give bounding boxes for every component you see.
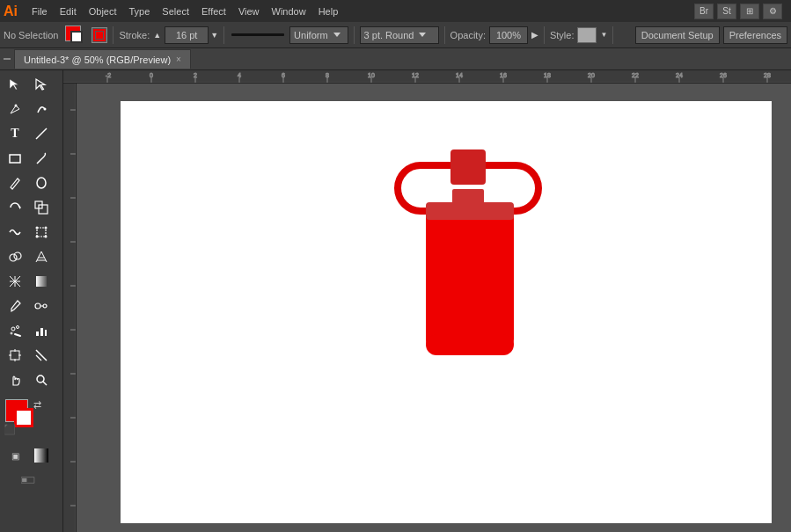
warp-tool-btn[interactable] [2, 220, 28, 244]
opacity-input[interactable] [489, 26, 528, 44]
stroke-indicator [70, 31, 83, 43]
svg-rect-27 [36, 276, 47, 287]
perspective-grid-btn[interactable] [28, 244, 55, 269]
rotate-tool-btn[interactable] [2, 195, 28, 220]
pen-tool-btn[interactable] [2, 97, 28, 121]
tab-close-button[interactable]: × [176, 55, 181, 64]
svg-rect-7 [10, 155, 20, 163]
svg-text:2: 2 [194, 72, 197, 78]
bridge-icon[interactable]: Br [694, 4, 714, 19]
artboard-tool-btn[interactable] [2, 343, 28, 368]
svg-rect-34 [36, 332, 39, 336]
svg-line-45 [43, 382, 47, 385]
zoom-tool-btn[interactable] [28, 368, 55, 392]
svg-point-29 [43, 304, 47, 308]
document-tab[interactable]: Untitled-3* @ 50% (RGB/Preview) × [14, 49, 191, 69]
svg-point-44 [37, 375, 44, 383]
document-setup-button[interactable]: Document Setup [635, 26, 720, 44]
reset-colors-btn[interactable]: ⬛ [4, 424, 16, 435]
eyedropper-btn[interactable] [2, 294, 28, 318]
stroke-weight-dropdown[interactable]: 3 pt. Round [360, 26, 439, 44]
stroke-style-box[interactable] [92, 27, 107, 43]
svg-text:8: 8 [326, 72, 329, 78]
none-btn[interactable]: ✕ [55, 443, 63, 468]
selection-label: No Selection [4, 30, 58, 40]
stock-icon[interactable]: St [717, 4, 736, 19]
svg-text:22: 22 [632, 72, 639, 78]
svg-point-32 [17, 326, 19, 329]
fill-color-swatch[interactable] [65, 26, 88, 45]
stroke-up-arrow[interactable]: ▲ [153, 31, 161, 40]
menu-bar: Ai File Edit Object Type Select Effect V… [0, 0, 791, 22]
freeform-pen-btn[interactable] [28, 97, 55, 121]
direct-selection-btn[interactable] [28, 72, 55, 97]
menu-view[interactable]: View [233, 4, 265, 18]
free-transform-btn[interactable] [28, 220, 55, 244]
menu-object[interactable]: Object [84, 4, 122, 18]
menu-effect[interactable]: Effect [196, 4, 231, 18]
mesh-tool-btn[interactable] [2, 269, 28, 294]
canvas-area[interactable]: -2 0 2 4 6 8 10 12 14 16 18 20 22 24 26 … [63, 70, 791, 532]
stroke-down-arrow[interactable]: ▼ [210, 31, 218, 40]
blend-tool-btn[interactable] [28, 294, 55, 318]
menu-type[interactable]: Type [124, 4, 156, 18]
swap-colors-btn[interactable]: ⇄ [33, 399, 41, 411]
style-arrow[interactable]: ▼ [600, 31, 607, 39]
stroke-type-dropdown[interactable]: Uniform [289, 26, 348, 44]
stroke-color-box[interactable] [14, 408, 33, 427]
slice-tool-btn[interactable] [28, 343, 55, 368]
ai-logo: Ai [4, 4, 18, 19]
menu-edit[interactable]: Edit [55, 4, 82, 18]
gradient-tool-btn[interactable] [28, 269, 55, 294]
hand-tool-btn[interactable] [2, 368, 28, 392]
symbol-sprayer-btn[interactable] [2, 318, 28, 343]
menu-select[interactable]: Select [157, 4, 194, 18]
artboard[interactable] [121, 101, 772, 523]
shape-builder-btn[interactable] [2, 244, 28, 269]
svg-point-4 [15, 105, 18, 107]
scale-tool-btn[interactable] [28, 195, 55, 220]
svg-text:14: 14 [456, 72, 463, 78]
svg-point-17 [10, 254, 17, 261]
menu-file[interactable]: File [26, 4, 53, 18]
workspace-icon[interactable]: ⊞ [740, 4, 759, 19]
paintbrush-btn[interactable] [28, 146, 55, 171]
type-tool-btn[interactable]: T [2, 121, 28, 146]
gradient-swatch-btn[interactable] [28, 443, 55, 468]
opacity-expand[interactable]: ▶ [531, 30, 538, 40]
svg-point-5 [44, 108, 47, 111]
svg-text:26: 26 [720, 72, 727, 78]
svg-marker-2 [10, 79, 18, 90]
svg-rect-101 [426, 202, 514, 352]
svg-rect-36 [45, 330, 47, 336]
svg-line-43 [36, 355, 41, 361]
menu-help[interactable]: Help [313, 4, 344, 18]
rect-tool-btn[interactable] [2, 146, 28, 171]
blob-brush-btn[interactable] [28, 171, 55, 195]
svg-text:24: 24 [676, 72, 683, 78]
graph-tool-btn[interactable] [28, 318, 55, 343]
svg-point-31 [11, 327, 15, 331]
svg-point-14 [45, 227, 48, 230]
svg-line-42 [36, 350, 47, 361]
mask-btn[interactable] [2, 468, 55, 492]
extra-icon[interactable]: ⚙ [763, 4, 782, 19]
stroke-value-input[interactable] [165, 26, 209, 44]
svg-point-15 [36, 236, 39, 238]
svg-point-18 [14, 252, 21, 259]
pencil-tool-btn[interactable] [2, 171, 28, 195]
svg-point-16 [45, 236, 48, 238]
stroke-line-preview [231, 33, 284, 36]
style-swatch[interactable] [577, 27, 597, 43]
tab-title: Untitled-3* @ 50% (RGB/Preview) [24, 55, 171, 65]
main-area: T [0, 70, 791, 532]
line-tool-btn[interactable] [28, 121, 55, 146]
svg-rect-103 [426, 334, 514, 355]
preferences-button[interactable]: Preferences [723, 26, 787, 44]
svg-marker-3 [36, 79, 45, 90]
menu-window[interactable]: Window [267, 4, 311, 18]
selection-tool-btn[interactable] [2, 72, 28, 97]
stroke-label: Stroke: [119, 30, 150, 40]
color-btn[interactable]: ▣ [2, 443, 28, 468]
fire-extinguisher-illustration [380, 141, 556, 440]
